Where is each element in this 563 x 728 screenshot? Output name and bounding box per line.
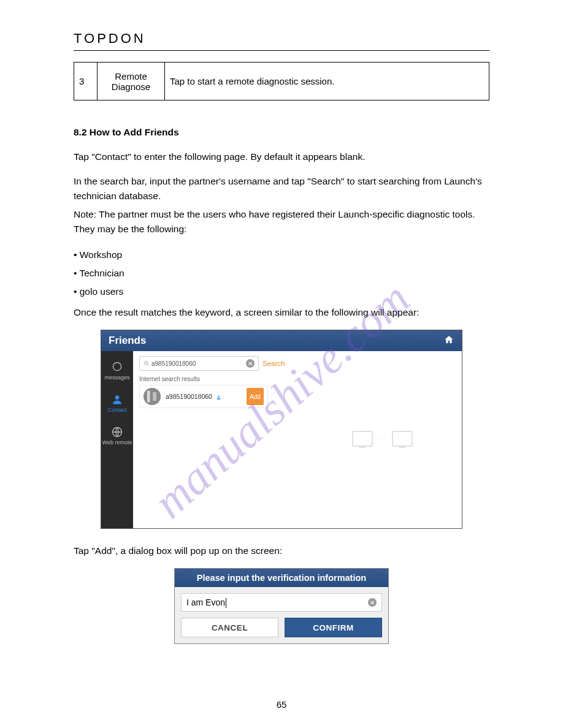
input-value: I am Evon: [186, 597, 225, 607]
paragraph: Tap "Add", a dialog box will pop up on t…: [74, 544, 489, 558]
svg-point-7: [218, 395, 220, 397]
table-cell-label: Remote Diagnose: [98, 63, 165, 100]
svg-point-3: [145, 362, 148, 365]
result-username: a985190018060: [166, 393, 242, 400]
friends-header: Friends: [101, 330, 462, 351]
dialog-title: Please input the verification informatio…: [175, 569, 388, 587]
device-icon: [352, 431, 373, 447]
clear-icon[interactable]: ✕: [246, 359, 255, 368]
paragraph: Tap "Contact" to enter the following pag…: [74, 150, 489, 164]
verification-dialog: Please input the verification informatio…: [174, 568, 389, 644]
friends-sidebar: messages Contact Web remote: [101, 351, 133, 528]
sidebar-item-label: messages: [104, 374, 129, 381]
section-heading: 8.2 How to Add Friends: [74, 125, 489, 140]
sidebar-item-label: Web remote: [102, 439, 132, 446]
user-icon: [216, 395, 221, 400]
clear-icon[interactable]: ✕: [368, 598, 377, 607]
sidebar-item-label: Contact: [107, 407, 126, 413]
devices-illustration: ···: [352, 431, 413, 447]
search-button[interactable]: Search: [262, 360, 285, 367]
sidebar-item-contact[interactable]: Contact: [107, 393, 126, 414]
svg-point-1: [115, 395, 120, 400]
bullet-list: • Workshop • Technician • golo users: [74, 248, 489, 299]
table-cell-desc: Tap to start a remote diagnostic session…: [165, 63, 489, 100]
brand-logo: TOPDON: [74, 31, 489, 47]
sidebar-item-web-remote[interactable]: Web remote: [102, 426, 132, 446]
search-icon: [144, 360, 150, 366]
home-icon[interactable]: [443, 335, 454, 347]
friends-screenshot: Friends messages Contact Web remote: [101, 330, 462, 529]
search-value: a985190018060: [151, 360, 196, 367]
paragraph: In the search bar, input the partner's u…: [74, 174, 489, 203]
avatar: [144, 388, 161, 405]
paragraph: Once the result matches the keyword, a s…: [74, 305, 489, 320]
friends-title: Friends: [109, 335, 146, 347]
search-result-row: a985190018060 Add: [139, 385, 268, 408]
svg-rect-4: [144, 388, 161, 405]
verification-input[interactable]: I am Evon ✕: [181, 593, 382, 612]
svg-rect-5: [147, 391, 150, 403]
svg-rect-6: [153, 392, 156, 401]
page-number: 65: [0, 699, 563, 710]
list-item: • Technician: [74, 266, 489, 281]
cancel-button[interactable]: CANCEL: [181, 618, 278, 637]
table-cell-num: 3: [74, 63, 98, 100]
friends-main: a985190018060 ✕ Search Internet search r…: [133, 351, 462, 528]
device-icon: [392, 431, 413, 447]
add-button[interactable]: Add: [247, 388, 264, 405]
note-text: Note: The partner must be the users who …: [74, 207, 489, 237]
confirm-button[interactable]: CONFIRM: [285, 618, 382, 637]
list-item: • golo users: [74, 284, 489, 299]
feature-table: 3 Remote Diagnose Tap to start a remote …: [74, 62, 489, 100]
list-item: • Workshop: [74, 248, 489, 262]
results-label: Internet search results: [139, 376, 456, 382]
search-input[interactable]: a985190018060 ✕: [139, 356, 259, 371]
connection-dots-icon: ···: [379, 436, 386, 442]
table-row: 3 Remote Diagnose Tap to start a remote …: [74, 63, 489, 100]
sidebar-item-messages[interactable]: messages: [104, 361, 129, 381]
